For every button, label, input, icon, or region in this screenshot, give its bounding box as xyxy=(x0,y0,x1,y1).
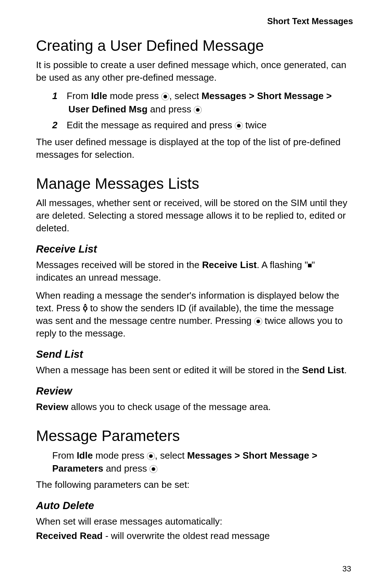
auto-delete-p1: When set will erase messages automatical… xyxy=(36,515,353,528)
message-indicator-icon xyxy=(308,264,312,267)
receive-list-p1: Messages received will be stored in the … xyxy=(36,259,353,284)
receive-list-p2: When reading a message the sender's info… xyxy=(36,289,353,340)
params-step: From Idle mode press , select Messages >… xyxy=(52,449,353,475)
nav-key-icon xyxy=(149,465,157,473)
auto-delete-p2: Received Read - will overwrite the oldes… xyxy=(36,530,353,542)
step-1: 1From Idle mode press , select Messages … xyxy=(52,89,353,116)
params-after: The following parameters can be set: xyxy=(36,478,353,491)
nav-key-icon xyxy=(235,122,243,130)
subhead-review: Review xyxy=(36,385,353,397)
heading-manage-lists: Manage Messages Lists xyxy=(36,175,353,192)
nav-key-icon xyxy=(254,317,262,325)
heading-message-params: Message Parameters xyxy=(36,427,353,445)
nav-key-icon xyxy=(194,106,202,114)
review-p: Review allows you to check usage of the … xyxy=(36,401,353,413)
send-list-p: When a message has been sent or edited i… xyxy=(36,364,353,377)
after-steps-para: The user defined message is displayed at… xyxy=(36,136,353,161)
subhead-send-list: Send List xyxy=(36,348,353,360)
step-2: 2Edit the message as required and press … xyxy=(52,119,353,132)
page-number: 33 xyxy=(343,564,351,574)
subhead-receive-list: Receive List xyxy=(36,243,353,255)
heading-create-user-msg: Creating a User Defined Message xyxy=(36,37,353,54)
nav-key-icon xyxy=(161,93,169,101)
up-key-icon: ộ xyxy=(83,304,88,312)
subhead-auto-delete: Auto Delete xyxy=(36,500,353,512)
manage-intro: All messages, whether sent or received, … xyxy=(36,197,353,235)
nav-key-icon xyxy=(147,452,155,460)
intro-para: It is possible to create a user defined … xyxy=(36,59,353,84)
section-header: Short Text Messages xyxy=(36,16,353,26)
